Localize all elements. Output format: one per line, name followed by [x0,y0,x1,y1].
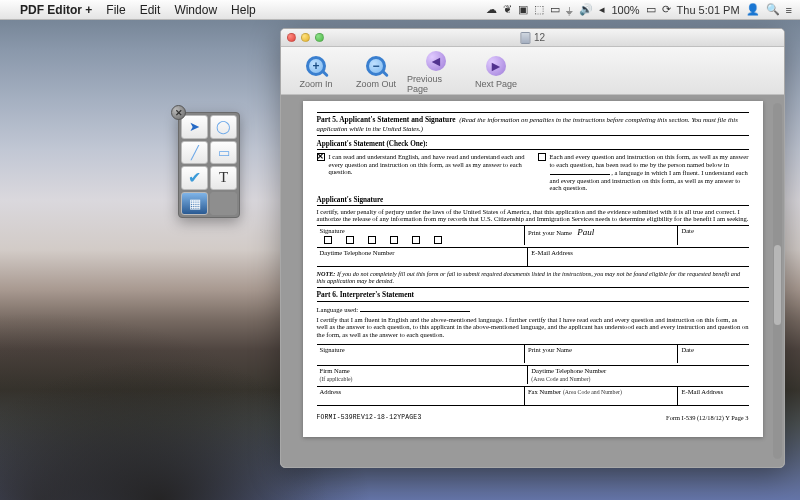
email-label: E-Mail Address [531,249,573,256]
status-app-icon[interactable]: ▣ [518,3,528,16]
print-name-value[interactable]: Paul [577,227,594,237]
tool-palette[interactable]: ✕ ➤ ◯ ╱ ▭ ✔ T ▦ [178,112,240,218]
date-label: Date [681,227,693,234]
next-page-label: Next Page [475,79,517,89]
status-sync-icon[interactable]: ⟳ [662,3,671,16]
tool-checkmark[interactable]: ✔ [181,166,208,190]
notification-center-icon[interactable]: ≡ [786,4,792,16]
language-used-field[interactable] [360,305,470,312]
status-battery-pct[interactable]: 100% [611,4,639,16]
tool-ellipse[interactable]: ◯ [210,115,237,139]
note-label: NOTE: [317,270,336,277]
sig-chk-2[interactable] [346,236,354,244]
firm-sub: (If applicable) [320,376,353,382]
window-title: 12 [534,32,545,43]
applicant-statement-head: Applicant's Statement (Check One): [317,140,749,150]
previous-page-button[interactable]: ◄ Previous Page [407,48,465,94]
status-display-icon[interactable]: ▭ [550,3,560,16]
interp-fax-label: Fax Number [528,388,561,395]
sig-chk-1[interactable] [324,236,332,244]
applicant-signature-head: Applicant's Signature [317,196,749,206]
statement-option2-checkbox[interactable] [538,153,546,161]
page-footer-right: Form I-539 (12/18/12) Y Page 3 [666,414,748,421]
interp-date-label: Date [681,346,693,353]
status-leaf-icon[interactable]: ❦ [503,3,512,16]
status-cloud-icon[interactable]: ☁ [486,3,497,16]
window-close-button[interactable] [287,33,296,42]
daytime-tel-label: Daytime Telephone Number [320,249,395,256]
interp-print-name-label: Print your Name [528,346,572,353]
sig-chk-4[interactable] [390,236,398,244]
spotlight-icon[interactable]: 🔍 [766,3,780,16]
applicant-certification: I certify, under penalty of perjury unde… [317,208,749,223]
status-user-icon[interactable]: 👤 [746,3,760,16]
interp-email-label: E-Mail Address [681,388,723,395]
print-name-label: Print your Name [528,229,572,236]
signature-label: Signature [320,227,345,234]
interp-signature-label: Signature [320,346,345,353]
interpreter-certification: I certify that I am fluent in English an… [317,316,749,339]
status-adobe-icon[interactable]: ⬚ [534,3,544,16]
part5-title: Part 5. Applicant's Statement and Signat… [317,115,456,124]
pdf-page: Part 5. Applicant's Statement and Signat… [303,101,763,437]
status-volume-icon[interactable]: 🔊 [579,3,593,16]
app-menu[interactable]: PDF Editor + [20,3,92,17]
tool-pointer[interactable]: ➤ [181,115,208,139]
interp-address-label: Address [320,388,342,395]
window-minimize-button[interactable] [301,33,310,42]
menu-window[interactable]: Window [174,3,217,17]
statement-option1-text: I can read and understand English, and h… [329,153,528,192]
language-used-label: Language used: [317,306,359,313]
sig-chk-3[interactable] [368,236,376,244]
tool-image[interactable]: ▦ [181,192,208,216]
toolbar: + Zoom In − Zoom Out ◄ Previous Page ► N… [281,47,784,95]
palette-close-button[interactable]: ✕ [171,105,186,120]
sig-chk-5[interactable] [412,236,420,244]
vertical-scrollbar[interactable] [773,103,782,459]
language-blank[interactable] [550,168,610,175]
status-battery-icon[interactable]: ◂ [599,3,605,16]
part6-title: Part 6. Interpreter's Statement [317,289,749,300]
status-clock[interactable]: Thu 5:01 PM [677,4,740,16]
interp-fax-sub: (Area Code and Number) [563,389,622,395]
sig-chk-6[interactable] [434,236,442,244]
tool-empty [210,192,237,216]
tool-text[interactable]: T [210,166,237,190]
menu-help[interactable]: Help [231,3,256,17]
window-zoom-button[interactable] [315,33,324,42]
document-canvas[interactable]: Part 5. Applicant's Statement and Signat… [281,95,784,467]
form-id: FORMI-539REV12-18-12YPAGE3 [317,414,422,421]
tool-line[interactable]: ╱ [181,141,208,165]
interp-tel-sub: (Area Code and Number) [531,376,590,382]
prev-page-label: Previous Page [407,74,465,94]
statement-option1-checkbox[interactable] [317,153,325,161]
tool-rectangle[interactable]: ▭ [210,141,237,165]
status-wifi-icon[interactable]: ⏚ [566,4,573,16]
zoom-out-label: Zoom Out [356,79,396,89]
document-icon [520,32,530,44]
status-battery-shape: ▭ [646,3,656,16]
scrollbar-thumb[interactable] [774,245,781,325]
document-window: 12 + Zoom In − Zoom Out ◄ Previous Page … [280,28,785,468]
zoom-in-button[interactable]: + Zoom In [287,53,345,89]
menu-file[interactable]: File [106,3,125,17]
menu-edit[interactable]: Edit [140,3,161,17]
statement-option2-text: Each and every question and instruction … [550,153,749,192]
zoom-out-button[interactable]: − Zoom Out [347,53,405,89]
next-page-button[interactable]: ► Next Page [467,53,525,89]
firm-name-label: Firm Name [320,367,350,374]
interp-tel-label: Daytime Telephone Number [531,367,606,374]
window-titlebar[interactable]: 12 [281,29,784,47]
menubar: PDF Editor + File Edit Window Help ☁ ❦ ▣… [0,0,800,20]
note-text: If you do not completely fill out this f… [317,270,741,284]
zoom-in-label: Zoom In [299,79,332,89]
